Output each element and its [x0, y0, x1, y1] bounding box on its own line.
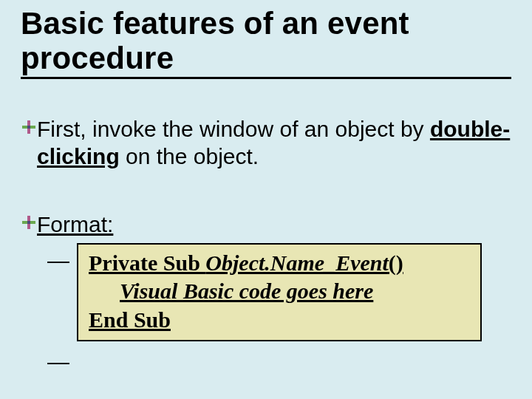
trailing-dash-row: — — [47, 344, 511, 375]
bullet1-pre: First, invoke the window of an object by — [37, 117, 430, 141]
slide-title: Basic features of an event procedure — [21, 6, 511, 75]
bullet-first-text: First, invoke the window of an object by… — [37, 116, 511, 170]
code-line-3: End Sub — [89, 306, 470, 334]
title-container: Basic features of an event procedure — [21, 6, 511, 79]
code-row: — Private Sub Object.Name_Event() Visual… — [47, 243, 511, 341]
spacer — [21, 174, 511, 205]
code-line-1: Private Sub Object.Name_Event() — [89, 249, 470, 277]
svg-rect-5 — [27, 221, 30, 224]
code-line-2: Visual Basic code goes here — [89, 277, 470, 305]
code-l1b: Object.Name_Event — [205, 250, 388, 275]
code-l3: End Sub — [89, 307, 171, 332]
bullet1-post: on the object. — [120, 144, 259, 168]
bullet-format-label: Format: — [37, 211, 511, 239]
bullet-row: Format: — [21, 211, 511, 239]
bullet-first: First, invoke the window of an object by… — [21, 116, 511, 170]
bullet-row: First, invoke the window of an object by… — [21, 116, 511, 170]
code-l1c: () — [389, 250, 403, 275]
dash-icon: — — [47, 344, 77, 375]
bullet-format: Format: — [21, 211, 511, 239]
bullet-icon — [21, 116, 37, 134]
code-box: Private Sub Object.Name_Event() Visual B… — [77, 243, 482, 341]
dash-icon: — — [47, 243, 77, 274]
code-l1a: Private Sub — [89, 250, 205, 275]
code-l2: Visual Basic code goes here — [120, 279, 373, 303]
svg-rect-2 — [27, 126, 30, 129]
bullet-icon — [21, 211, 37, 229]
slide: Basic features of an event procedure Fir… — [0, 0, 532, 399]
